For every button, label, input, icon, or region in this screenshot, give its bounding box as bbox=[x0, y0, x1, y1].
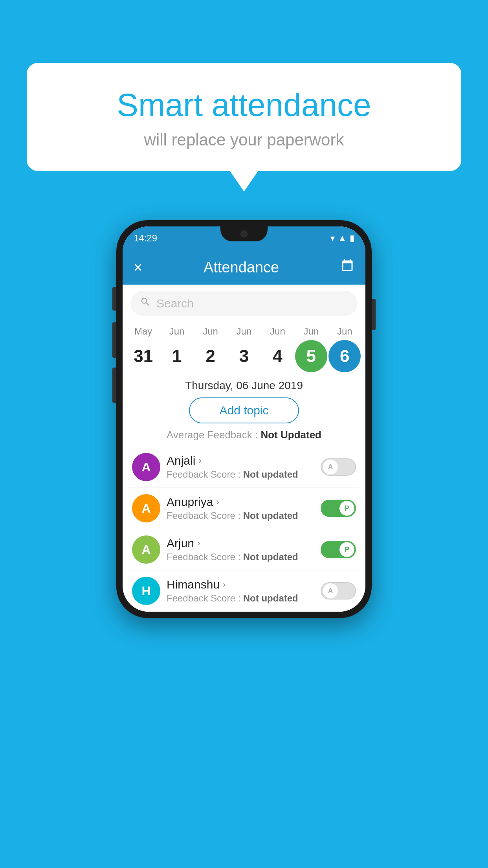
calendar-date[interactable]: 4 bbox=[261, 340, 294, 372]
calendar-month: Jun bbox=[237, 326, 252, 337]
status-icons: ▾ ▲ ▮ bbox=[330, 233, 354, 243]
phone-outer: 14:29 ▾ ▲ ▮ × Attendance bbox=[116, 220, 372, 618]
search-bar[interactable]: Search bbox=[130, 291, 358, 316]
calendar-month: Jun bbox=[270, 326, 285, 337]
calendar-date[interactable]: 5 bbox=[295, 340, 327, 372]
student-list: AAnjali ›Feedback Score : Not updatedAAA… bbox=[123, 447, 365, 612]
mute-button bbox=[112, 287, 116, 311]
camera bbox=[240, 230, 248, 237]
status-time: 14:29 bbox=[134, 233, 157, 244]
calendar-date[interactable]: 1 bbox=[161, 340, 193, 372]
close-button[interactable]: × bbox=[134, 259, 142, 276]
calendar-day[interactable]: Jun4 bbox=[261, 326, 294, 372]
calendar-day[interactable]: Jun5 bbox=[295, 326, 327, 372]
notch bbox=[220, 226, 268, 241]
avg-feedback-label: Average Feedback : bbox=[167, 429, 258, 441]
calendar-day[interactable]: Jun6 bbox=[328, 326, 361, 372]
avatar: A bbox=[132, 494, 160, 522]
attendance-toggle[interactable]: A bbox=[321, 458, 356, 476]
phone-screen: 14:29 ▾ ▲ ▮ × Attendance bbox=[123, 226, 365, 612]
attendance-toggle[interactable]: P bbox=[321, 500, 356, 517]
calendar-date[interactable]: 31 bbox=[127, 340, 160, 372]
student-name: Anupriya › bbox=[167, 495, 314, 509]
bubble-title: Smart attendance bbox=[46, 86, 442, 123]
search-icon bbox=[140, 296, 151, 310]
student-info: Himanshu ›Feedback Score : Not updated bbox=[167, 578, 314, 604]
student-feedback: Feedback Score : Not updated bbox=[167, 510, 314, 521]
speech-bubble: Smart attendance will replace your paper… bbox=[27, 63, 461, 171]
student-name: Himanshu › bbox=[167, 578, 314, 591]
avg-feedback: Average Feedback : Not Updated bbox=[123, 429, 365, 441]
attendance-toggle[interactable]: A bbox=[321, 582, 356, 600]
bubble-subtitle: will replace your paperwork bbox=[46, 131, 442, 149]
phone-mockup: 14:29 ▾ ▲ ▮ × Attendance bbox=[116, 220, 372, 618]
toggle-knob: P bbox=[339, 542, 354, 557]
chevron-icon: › bbox=[216, 497, 219, 507]
avatar: A bbox=[132, 535, 160, 564]
chevron-icon: › bbox=[197, 538, 200, 548]
calendar-month: Jun bbox=[337, 326, 352, 337]
signal-icon: ▲ bbox=[338, 233, 347, 243]
volume-up-button bbox=[112, 322, 116, 358]
calendar-date[interactable]: 3 bbox=[228, 340, 260, 372]
speech-bubble-container: Smart attendance will replace your paper… bbox=[27, 63, 461, 171]
search-input[interactable]: Search bbox=[156, 297, 194, 310]
power-button bbox=[372, 299, 376, 330]
student-feedback: Feedback Score : Not updated bbox=[167, 469, 314, 480]
student-row[interactable]: HHimanshu ›Feedback Score : Not updatedA bbox=[129, 570, 359, 612]
student-info: Anupriya ›Feedback Score : Not updated bbox=[167, 495, 314, 521]
calendar-date[interactable]: 6 bbox=[328, 340, 361, 372]
calendar-month: Jun bbox=[303, 326, 319, 337]
toggle-knob: P bbox=[339, 501, 354, 516]
calendar-month: Jun bbox=[203, 326, 218, 337]
wifi-icon: ▾ bbox=[330, 233, 335, 243]
student-row[interactable]: AArjun ›Feedback Score : Not updatedP bbox=[129, 529, 359, 570]
student-row[interactable]: AAnupriya ›Feedback Score : Not updatedP bbox=[129, 488, 359, 529]
student-feedback: Feedback Score : Not updated bbox=[167, 593, 314, 604]
volume-down-button bbox=[112, 368, 116, 403]
avatar: H bbox=[132, 577, 160, 605]
calendar-month: May bbox=[134, 326, 152, 337]
calendar-icon[interactable] bbox=[340, 259, 354, 276]
chevron-icon: › bbox=[198, 456, 201, 466]
student-row[interactable]: AAnjali ›Feedback Score : Not updatedA bbox=[129, 447, 359, 488]
status-bar: 14:29 ▾ ▲ ▮ bbox=[123, 226, 365, 250]
avg-feedback-value: Not Updated bbox=[261, 429, 321, 441]
calendar-month: Jun bbox=[169, 326, 185, 337]
calendar-day[interactable]: May31 bbox=[127, 326, 160, 372]
student-name: Arjun › bbox=[167, 537, 314, 550]
attendance-toggle[interactable]: P bbox=[321, 541, 356, 558]
add-topic-button[interactable]: Add topic bbox=[189, 397, 299, 423]
toggle-knob: A bbox=[323, 460, 338, 474]
calendar-date[interactable]: 2 bbox=[194, 340, 227, 372]
chevron-icon: › bbox=[223, 579, 226, 590]
student-info: Arjun ›Feedback Score : Not updated bbox=[167, 537, 314, 563]
student-info: Anjali ›Feedback Score : Not updated bbox=[167, 454, 314, 480]
calendar-day[interactable]: Jun1 bbox=[161, 326, 193, 372]
calendar-strip: May31Jun1Jun2Jun3Jun4Jun5Jun6 bbox=[123, 322, 365, 372]
calendar-day[interactable]: Jun3 bbox=[228, 326, 260, 372]
app-bar-title: Attendance bbox=[150, 259, 332, 276]
battery-icon: ▮ bbox=[350, 233, 354, 243]
toggle-knob: A bbox=[323, 583, 338, 598]
student-feedback: Feedback Score : Not updated bbox=[167, 552, 314, 563]
app-bar: × Attendance bbox=[123, 250, 365, 285]
calendar-day[interactable]: Jun2 bbox=[194, 326, 227, 372]
student-name: Anjali › bbox=[167, 454, 314, 467]
avatar: A bbox=[132, 453, 160, 481]
selected-date: Thursday, 06 June 2019 bbox=[123, 379, 365, 392]
